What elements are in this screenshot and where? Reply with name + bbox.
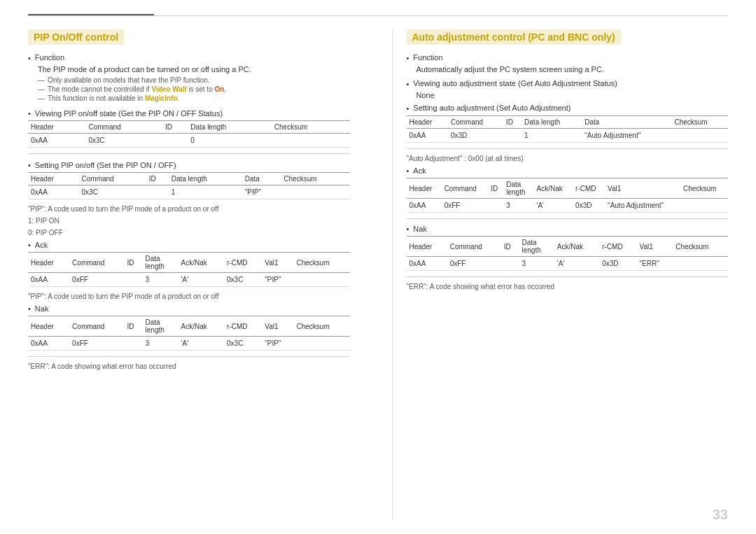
nak-label-right: • Nak (407, 225, 729, 233)
note-magicinfo: This function is not available in MagicI… (38, 94, 350, 102)
table-row: 0xAA 0xFF 3 'A' 0x3C "PIP" (28, 337, 350, 351)
table-row: 0xAA 0xFF 3 'A' 0x3D "ERR" (407, 257, 729, 271)
err-note-right: "ERR": A code showing what error has occ… (407, 283, 729, 290)
pip-section-title: PIP On/Off control (28, 29, 124, 45)
nak-label-left: • Nak (28, 304, 350, 313)
pip-ack-table: Header Command ID Datalength Ack/Nak r-C… (28, 252, 350, 287)
function-desc-right: Automatically adjust the PC system scree… (416, 65, 729, 73)
pip-note-2: 0: PIP OFF (28, 229, 350, 237)
auto-adj-set-table: Header Command ID Data length Data Check… (407, 115, 729, 143)
setting-pip-label: • Setting PIP on/off (Set the PIP ON / O… (28, 161, 350, 169)
right-column: Auto adjustment control (PC and BNC only… (392, 29, 729, 520)
viewing-adj-value: None (416, 91, 729, 99)
pip-note-0: "PIP": A code used to turn the PIP mode … (28, 205, 350, 213)
auto-adj-ack-table: Header Command ID Datalength Ack/Nak r-C… (407, 178, 729, 213)
viewing-adj-label: • Viewing auto adjustment state (Get Aut… (407, 79, 729, 88)
left-column: PIP On/Off control • Function The PIP mo… (28, 29, 364, 520)
page-number: 33 (713, 507, 728, 523)
table-row: 0xAA 0x3C 0 (28, 134, 350, 148)
ack-label-right: • Ack (407, 167, 729, 175)
auto-adj-section-title: Auto adjustment control (PC and BNC only… (407, 29, 621, 45)
pip-view-table: Header Command ID Data length Checksum 0… (28, 120, 350, 148)
function-bullet-right: • Function (407, 53, 729, 62)
ack-note-left: "PIP": A code used to turn the PIP mode … (28, 293, 350, 300)
auto-adj-nak-table: Header Command ID Datalength Ack/Nak r-C… (407, 236, 729, 271)
note-pip-models: Only available on models that have the P… (38, 76, 350, 84)
table-row: 0xAA 0xFF 3 'A' 0x3C "PIP" (28, 273, 350, 287)
setting-adj-label: • Setting auto adjustment (Set Auto Adju… (407, 104, 729, 113)
viewing-pip-label: • Viewing PIP on/off state (Get the PIP … (28, 109, 350, 118)
pip-set-table: Header Command ID Data length Data Check… (28, 172, 350, 199)
err-note-left: "ERR": A code showing what error has occ… (28, 363, 350, 370)
table-row: 0xAA 0x3C 1 "PIP" (28, 185, 350, 199)
table-row: 0xAA 0xFF 3 'A' 0x3D "Auto Adjustment" (407, 199, 729, 213)
function-bullet: • Function (28, 53, 350, 62)
auto-adj-note: "Auto Adjustment" : 0x00 (at all times) (407, 155, 729, 162)
pip-note-1: 1: PIP ON (28, 217, 350, 225)
pip-nak-table: Header Command ID Datalength Ack/Nak r-C… (28, 316, 350, 351)
function-desc: The PIP mode of a product can be turned … (38, 65, 350, 73)
note-videowall: The mode cannot be controlled if Video W… (38, 85, 350, 93)
ack-label-left: • Ack (28, 241, 350, 249)
table-row: 0xAA 0x3D 1 "Auto Adjustment" (407, 129, 729, 143)
